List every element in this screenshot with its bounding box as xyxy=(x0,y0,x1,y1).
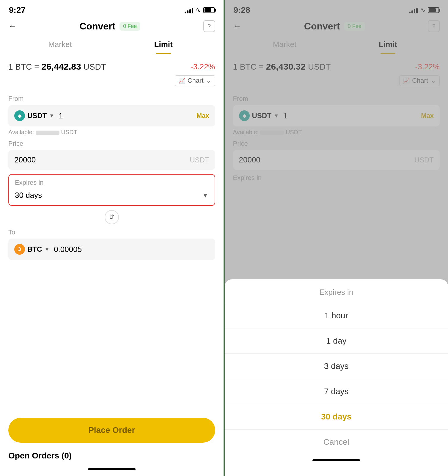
price-unit-left: USDT xyxy=(190,156,209,164)
expires-value-left: 30 days xyxy=(15,191,42,200)
nav-bar-left: ← Convert 0 Fee ? xyxy=(0,17,224,35)
to-currency-selector-left[interactable]: ₿ BTC ▼ xyxy=(14,244,50,255)
price-row-left: 1 BTC = 26,442.83 USDT -3.22% xyxy=(0,57,224,74)
to-label-left: To xyxy=(8,228,215,236)
sheet-option-30days[interactable]: 30 days xyxy=(225,404,448,430)
sheet-option-1day[interactable]: 1 day xyxy=(225,328,448,354)
open-orders-left: Open Orders (0) xyxy=(0,448,224,464)
help-button-left[interactable]: ? xyxy=(203,20,215,32)
max-button-left[interactable]: Max xyxy=(197,112,209,120)
wifi-icon: ∿ xyxy=(196,6,201,14)
back-button-left[interactable]: ← xyxy=(8,21,17,31)
available-label-left: Available: xyxy=(8,129,34,135)
sheet-option-1hour[interactable]: 1 hour xyxy=(225,303,448,328)
swap-button-left[interactable]: ⇵ xyxy=(105,210,119,224)
right-content: 9:28 ∿ ← Conve xyxy=(225,0,448,476)
battery-icon xyxy=(203,7,215,13)
btc-icon-left: ₿ xyxy=(14,244,25,255)
to-dropdown-arrow-left: ▼ xyxy=(44,246,50,253)
time-left: 9:27 xyxy=(9,5,26,15)
expires-dropdown-left[interactable]: 30 days ▼ xyxy=(9,187,215,205)
price-change-left: -3.22% xyxy=(191,62,215,71)
sheet-title: Expires in xyxy=(225,279,448,303)
home-indicator-left xyxy=(0,464,224,476)
signal-icon xyxy=(185,7,193,13)
price-value-left: 26,442.83 xyxy=(41,62,81,71)
available-unit-left: USDT xyxy=(61,129,77,135)
to-currency-name-left: BTC xyxy=(27,245,42,253)
tab-limit-left[interactable]: Limit xyxy=(112,35,215,54)
tabs-left: Market Limit xyxy=(0,35,224,54)
price-base-left: 1 BTC = xyxy=(8,62,39,71)
chart-button-left[interactable]: 📈 Chart ⌄ xyxy=(175,75,215,86)
page-title-left: Convert xyxy=(79,21,115,32)
price-label-left: Price xyxy=(8,140,215,148)
chart-chevron-left: ⌄ xyxy=(206,77,211,84)
form-body-left: From ◆ USDT ▼ Max Available: USDT Price … xyxy=(0,91,224,412)
nav-center-left: Convert 0 Fee xyxy=(79,21,140,32)
chart-icon-left: 📈 xyxy=(179,77,185,84)
price-quote-left: USDT xyxy=(84,62,106,71)
price-input-row-left: USDT xyxy=(8,150,215,170)
sheet-option-7days[interactable]: 7 days xyxy=(225,379,448,404)
available-amount-left xyxy=(36,131,59,135)
swap-row-left: ⇵ xyxy=(8,210,215,224)
available-text-left: Available: USDT xyxy=(8,129,215,136)
fee-badge-left: 0 Fee xyxy=(120,22,140,31)
chart-label-left: Chart xyxy=(188,77,204,84)
chart-row-left: 📈 Chart ⌄ xyxy=(0,74,224,91)
sheet-option-3days[interactable]: 3 days xyxy=(225,354,448,379)
from-dropdown-arrow-left: ▼ xyxy=(49,113,54,119)
home-bar-right xyxy=(312,459,360,461)
usdt-icon-from-left: ◆ xyxy=(14,110,25,121)
right-screen: 9:28 ∿ ← Conve xyxy=(225,0,448,476)
expires-label-left: Expires in xyxy=(9,175,215,187)
from-currency-selector-left[interactable]: ◆ USDT ▼ xyxy=(14,110,54,121)
from-label-left: From xyxy=(8,95,215,103)
status-icons-left: ∿ xyxy=(185,6,215,14)
expires-section-left: Expires in 30 days ▼ xyxy=(8,174,215,206)
from-amount-input-left[interactable] xyxy=(59,111,192,120)
price-display-left: 1 BTC = 26,442.83 USDT xyxy=(8,62,106,72)
from-currency-name-left: USDT xyxy=(27,112,47,120)
status-bar-left: 9:27 ∿ xyxy=(0,0,224,17)
tab-market-left[interactable]: Market xyxy=(8,35,112,54)
price-input-left[interactable] xyxy=(14,155,111,165)
home-indicator-right xyxy=(225,455,448,467)
place-order-button-left[interactable]: Place Order xyxy=(8,418,215,443)
home-bar-left xyxy=(88,468,136,470)
to-input-row-left: ₿ BTC ▼ xyxy=(8,239,215,260)
left-screen: 9:27 ∿ ← Convert 0 Fee ? Market Limit xyxy=(0,0,225,476)
sheet-option-cancel[interactable]: Cancel xyxy=(225,430,448,455)
expires-arrow-left: ▼ xyxy=(202,192,209,199)
to-amount-input-left[interactable] xyxy=(54,245,209,254)
from-input-row-left: ◆ USDT ▼ Max xyxy=(8,105,215,126)
expires-dropdown-sheet: Expires in 1 hour 1 day 3 days 7 days 30… xyxy=(225,279,448,476)
